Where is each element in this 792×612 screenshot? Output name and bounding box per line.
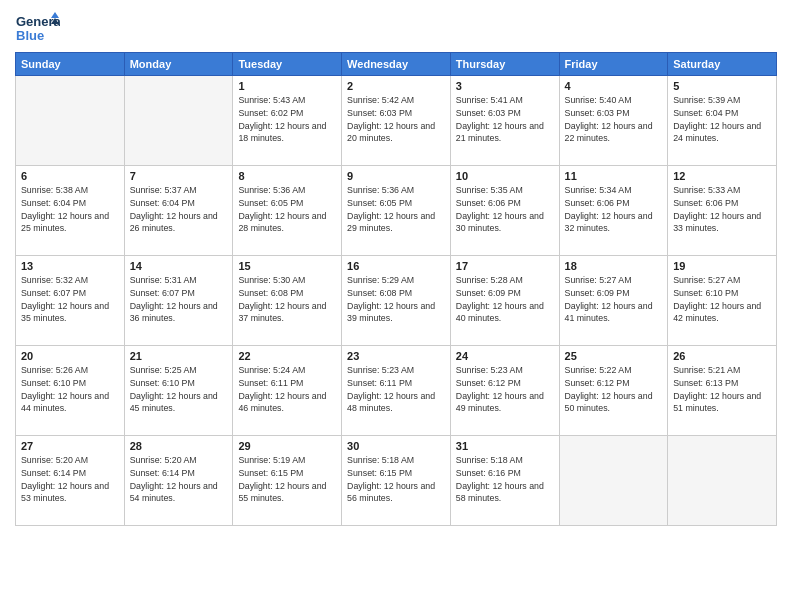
calendar-week-row: 27Sunrise: 5:20 AM Sunset: 6:14 PM Dayli… <box>16 436 777 526</box>
day-number: 14 <box>130 260 228 272</box>
calendar-cell: 28Sunrise: 5:20 AM Sunset: 6:14 PM Dayli… <box>124 436 233 526</box>
calendar-cell: 30Sunrise: 5:18 AM Sunset: 6:15 PM Dayli… <box>342 436 451 526</box>
calendar-cell: 22Sunrise: 5:24 AM Sunset: 6:11 PM Dayli… <box>233 346 342 436</box>
calendar-week-row: 6Sunrise: 5:38 AM Sunset: 6:04 PM Daylig… <box>16 166 777 256</box>
weekday-header: Sunday <box>16 53 125 76</box>
day-info: Sunrise: 5:39 AM Sunset: 6:04 PM Dayligh… <box>673 94 771 145</box>
weekday-header: Wednesday <box>342 53 451 76</box>
day-number: 26 <box>673 350 771 362</box>
calendar-cell: 16Sunrise: 5:29 AM Sunset: 6:08 PM Dayli… <box>342 256 451 346</box>
day-info: Sunrise: 5:18 AM Sunset: 6:16 PM Dayligh… <box>456 454 554 505</box>
day-info: Sunrise: 5:38 AM Sunset: 6:04 PM Dayligh… <box>21 184 119 235</box>
day-info: Sunrise: 5:35 AM Sunset: 6:06 PM Dayligh… <box>456 184 554 235</box>
calendar-cell: 31Sunrise: 5:18 AM Sunset: 6:16 PM Dayli… <box>450 436 559 526</box>
calendar-cell: 10Sunrise: 5:35 AM Sunset: 6:06 PM Dayli… <box>450 166 559 256</box>
calendar-week-row: 1Sunrise: 5:43 AM Sunset: 6:02 PM Daylig… <box>16 76 777 166</box>
day-info: Sunrise: 5:34 AM Sunset: 6:06 PM Dayligh… <box>565 184 663 235</box>
calendar-cell: 3Sunrise: 5:41 AM Sunset: 6:03 PM Daylig… <box>450 76 559 166</box>
calendar-cell: 7Sunrise: 5:37 AM Sunset: 6:04 PM Daylig… <box>124 166 233 256</box>
calendar-cell: 5Sunrise: 5:39 AM Sunset: 6:04 PM Daylig… <box>668 76 777 166</box>
day-info: Sunrise: 5:43 AM Sunset: 6:02 PM Dayligh… <box>238 94 336 145</box>
day-info: Sunrise: 5:26 AM Sunset: 6:10 PM Dayligh… <box>21 364 119 415</box>
day-number: 31 <box>456 440 554 452</box>
calendar-cell: 2Sunrise: 5:42 AM Sunset: 6:03 PM Daylig… <box>342 76 451 166</box>
calendar-body: 1Sunrise: 5:43 AM Sunset: 6:02 PM Daylig… <box>16 76 777 526</box>
calendar-cell: 15Sunrise: 5:30 AM Sunset: 6:08 PM Dayli… <box>233 256 342 346</box>
day-info: Sunrise: 5:25 AM Sunset: 6:10 PM Dayligh… <box>130 364 228 415</box>
day-number: 28 <box>130 440 228 452</box>
day-info: Sunrise: 5:21 AM Sunset: 6:13 PM Dayligh… <box>673 364 771 415</box>
day-info: Sunrise: 5:27 AM Sunset: 6:09 PM Dayligh… <box>565 274 663 325</box>
weekday-header: Monday <box>124 53 233 76</box>
day-number: 22 <box>238 350 336 362</box>
day-number: 6 <box>21 170 119 182</box>
calendar-cell: 27Sunrise: 5:20 AM Sunset: 6:14 PM Dayli… <box>16 436 125 526</box>
svg-text:Blue: Blue <box>16 28 44 43</box>
day-info: Sunrise: 5:41 AM Sunset: 6:03 PM Dayligh… <box>456 94 554 145</box>
weekday-row: SundayMondayTuesdayWednesdayThursdayFrid… <box>16 53 777 76</box>
calendar-header: SundayMondayTuesdayWednesdayThursdayFrid… <box>16 53 777 76</box>
day-info: Sunrise: 5:19 AM Sunset: 6:15 PM Dayligh… <box>238 454 336 505</box>
calendar-table: SundayMondayTuesdayWednesdayThursdayFrid… <box>15 52 777 526</box>
calendar-cell: 24Sunrise: 5:23 AM Sunset: 6:12 PM Dayli… <box>450 346 559 436</box>
day-info: Sunrise: 5:37 AM Sunset: 6:04 PM Dayligh… <box>130 184 228 235</box>
day-number: 24 <box>456 350 554 362</box>
day-info: Sunrise: 5:28 AM Sunset: 6:09 PM Dayligh… <box>456 274 554 325</box>
calendar-cell: 25Sunrise: 5:22 AM Sunset: 6:12 PM Dayli… <box>559 346 668 436</box>
calendar-cell: 8Sunrise: 5:36 AM Sunset: 6:05 PM Daylig… <box>233 166 342 256</box>
day-info: Sunrise: 5:22 AM Sunset: 6:12 PM Dayligh… <box>565 364 663 415</box>
calendar-cell: 14Sunrise: 5:31 AM Sunset: 6:07 PM Dayli… <box>124 256 233 346</box>
calendar-cell: 23Sunrise: 5:23 AM Sunset: 6:11 PM Dayli… <box>342 346 451 436</box>
calendar-cell: 6Sunrise: 5:38 AM Sunset: 6:04 PM Daylig… <box>16 166 125 256</box>
calendar-cell <box>16 76 125 166</box>
day-number: 23 <box>347 350 445 362</box>
day-info: Sunrise: 5:18 AM Sunset: 6:15 PM Dayligh… <box>347 454 445 505</box>
calendar-cell: 13Sunrise: 5:32 AM Sunset: 6:07 PM Dayli… <box>16 256 125 346</box>
calendar-week-row: 20Sunrise: 5:26 AM Sunset: 6:10 PM Dayli… <box>16 346 777 436</box>
day-number: 2 <box>347 80 445 92</box>
weekday-header: Tuesday <box>233 53 342 76</box>
calendar-cell: 19Sunrise: 5:27 AM Sunset: 6:10 PM Dayli… <box>668 256 777 346</box>
calendar-page: General Blue SundayMondayTuesdayWednesda… <box>0 0 792 612</box>
day-number: 16 <box>347 260 445 272</box>
day-info: Sunrise: 5:20 AM Sunset: 6:14 PM Dayligh… <box>130 454 228 505</box>
calendar-cell: 12Sunrise: 5:33 AM Sunset: 6:06 PM Dayli… <box>668 166 777 256</box>
day-info: Sunrise: 5:42 AM Sunset: 6:03 PM Dayligh… <box>347 94 445 145</box>
day-number: 15 <box>238 260 336 272</box>
calendar-cell: 20Sunrise: 5:26 AM Sunset: 6:10 PM Dayli… <box>16 346 125 436</box>
calendar-cell: 18Sunrise: 5:27 AM Sunset: 6:09 PM Dayli… <box>559 256 668 346</box>
page-header: General Blue <box>15 10 777 48</box>
day-number: 5 <box>673 80 771 92</box>
calendar-cell <box>559 436 668 526</box>
calendar-week-row: 13Sunrise: 5:32 AM Sunset: 6:07 PM Dayli… <box>16 256 777 346</box>
day-number: 8 <box>238 170 336 182</box>
calendar-cell <box>124 76 233 166</box>
calendar-cell: 4Sunrise: 5:40 AM Sunset: 6:03 PM Daylig… <box>559 76 668 166</box>
calendar-cell: 26Sunrise: 5:21 AM Sunset: 6:13 PM Dayli… <box>668 346 777 436</box>
day-number: 19 <box>673 260 771 272</box>
day-info: Sunrise: 5:20 AM Sunset: 6:14 PM Dayligh… <box>21 454 119 505</box>
day-info: Sunrise: 5:23 AM Sunset: 6:12 PM Dayligh… <box>456 364 554 415</box>
day-info: Sunrise: 5:33 AM Sunset: 6:06 PM Dayligh… <box>673 184 771 235</box>
calendar-cell: 9Sunrise: 5:36 AM Sunset: 6:05 PM Daylig… <box>342 166 451 256</box>
calendar-cell: 17Sunrise: 5:28 AM Sunset: 6:09 PM Dayli… <box>450 256 559 346</box>
day-number: 18 <box>565 260 663 272</box>
calendar-cell: 29Sunrise: 5:19 AM Sunset: 6:15 PM Dayli… <box>233 436 342 526</box>
day-number: 17 <box>456 260 554 272</box>
day-number: 12 <box>673 170 771 182</box>
day-number: 25 <box>565 350 663 362</box>
day-info: Sunrise: 5:24 AM Sunset: 6:11 PM Dayligh… <box>238 364 336 415</box>
day-info: Sunrise: 5:32 AM Sunset: 6:07 PM Dayligh… <box>21 274 119 325</box>
weekday-header: Friday <box>559 53 668 76</box>
day-number: 10 <box>456 170 554 182</box>
calendar-cell <box>668 436 777 526</box>
day-info: Sunrise: 5:36 AM Sunset: 6:05 PM Dayligh… <box>238 184 336 235</box>
day-number: 30 <box>347 440 445 452</box>
logo: General Blue <box>15 10 60 48</box>
calendar-cell: 1Sunrise: 5:43 AM Sunset: 6:02 PM Daylig… <box>233 76 342 166</box>
weekday-header: Thursday <box>450 53 559 76</box>
day-number: 13 <box>21 260 119 272</box>
day-number: 1 <box>238 80 336 92</box>
day-info: Sunrise: 5:36 AM Sunset: 6:05 PM Dayligh… <box>347 184 445 235</box>
day-info: Sunrise: 5:30 AM Sunset: 6:08 PM Dayligh… <box>238 274 336 325</box>
